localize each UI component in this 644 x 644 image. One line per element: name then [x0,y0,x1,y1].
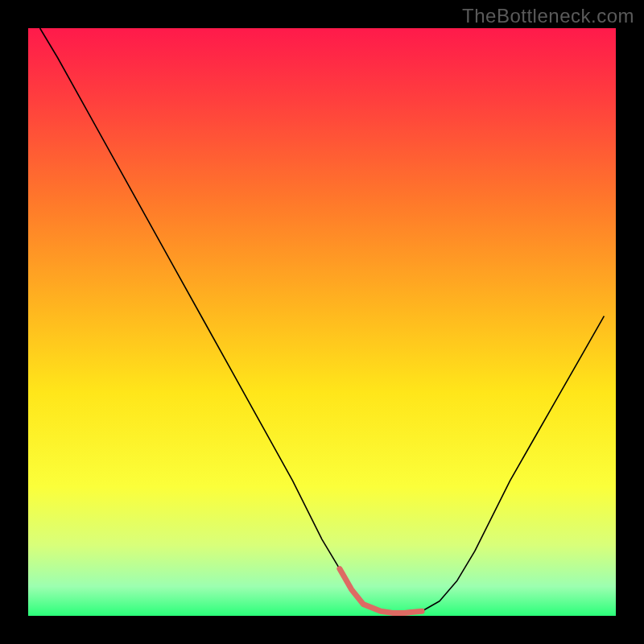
watermark-label: TheBottleneck.com [462,5,634,27]
chart-frame: TheBottleneck.com [0,0,644,644]
bottleneck-chart [0,0,644,644]
plot-background [28,28,616,616]
